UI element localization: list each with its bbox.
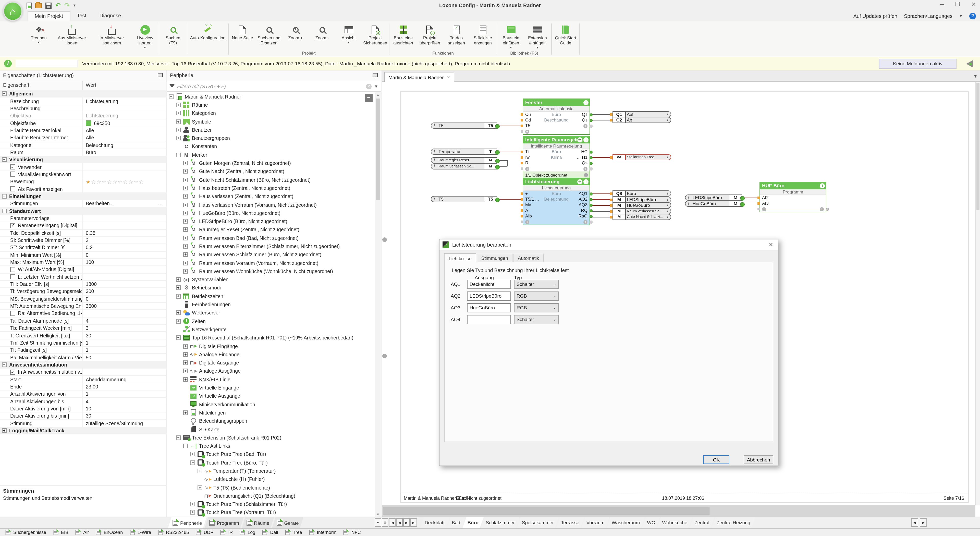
input-port[interactable] xyxy=(520,198,523,200)
input-connector-raumregler-reset[interactable]: iRaumregler ResetM xyxy=(431,157,497,163)
info-icon[interactable]: i xyxy=(431,197,438,202)
languages-dropdown-icon[interactable]: ▼ xyxy=(959,14,963,18)
tree-expander-icon[interactable]: + xyxy=(183,261,188,265)
output-port[interactable] xyxy=(590,150,593,153)
tree-item-orientierungslicht-q1-beleu[interactable]: ⊓▶Orientierungslicht (Q1) (Beleuchtung) xyxy=(167,492,375,500)
tree-item-analoge-ausgänge[interactable]: +∿▶Analoge Ausgänge xyxy=(167,367,375,375)
property-value-cell[interactable]: 0 xyxy=(83,251,166,258)
tree-item-luftfeuchte-h-fühler[interactable]: ∿▶Luftfeuchte (H) (Fühler) xyxy=(167,475,375,484)
target-icon[interactable]: ✛ xyxy=(577,137,582,142)
property-row-visualisierungskennwort[interactable]: Visualisierungskennwort xyxy=(0,171,166,178)
tree-item-virtuelle-eingänge[interactable]: ➜Virtuelle Eingänge xyxy=(167,383,375,392)
property-value-cell[interactable] xyxy=(83,105,166,112)
tree-expander-icon[interactable]: + xyxy=(176,286,181,290)
ribbon-button-projekt-sicherungen[interactable]: ↺Projekt Sicherungen xyxy=(362,21,388,46)
new-file-icon[interactable] xyxy=(27,2,32,9)
property-value-cell[interactable]: 4 xyxy=(83,317,166,324)
tree-expander-icon[interactable]: + xyxy=(183,177,188,182)
tree-item-t5-t5-bedienelemente[interactable]: +∿▶T5 (T5) (Bedienelemente) xyxy=(167,484,375,492)
tree-expander-icon[interactable]: + xyxy=(176,119,181,124)
panel-tab-peripherie[interactable]: Peripherie xyxy=(168,517,207,528)
ribbon-button-suchen-und-ersetzen[interactable]: Suchen und Ersetzen xyxy=(256,21,282,46)
tree-item-gute-nacht-zentral-nicht-zug[interactable]: +MGute Nacht (Zentral, Nicht zugeordnet) xyxy=(167,167,375,176)
sheet-tab-speisekammer[interactable]: Speisekammer xyxy=(517,517,559,528)
input-connector-t5[interactable]: iT5T5 xyxy=(431,122,497,129)
add-input-icon[interactable]: + xyxy=(525,167,529,171)
sheet-tab-wäscheraum[interactable]: Wäscheraum xyxy=(607,517,645,528)
sheet-tab-zentral-heizung[interactable]: Zentral Heizung xyxy=(711,517,756,528)
canvas-content[interactable]: Martin & Manuela Radner/Büro Büro/Nicht … xyxy=(382,82,975,505)
tree-item-betriebszeiten[interactable]: +Betriebszeiten xyxy=(167,292,375,301)
output-port[interactable] xyxy=(590,215,593,218)
more-icon[interactable]: ▾ xyxy=(73,3,76,9)
input-connector-huegobüro[interactable]: iHueGoBüroM xyxy=(685,200,742,207)
property-value-cell[interactable]: Lichtsteuerung xyxy=(83,112,166,119)
property-value-cell[interactable]: 50 xyxy=(83,354,166,361)
status-item-internorm[interactable]: Internorm xyxy=(309,530,343,536)
dialog-tab-stimmungen[interactable]: Stimmungen xyxy=(477,254,513,262)
tree-expander-icon[interactable]: + xyxy=(176,311,181,315)
property-value-cell[interactable]: Alle xyxy=(83,134,166,141)
status-item-enocean[interactable]: EnOcean xyxy=(95,530,129,536)
info-icon[interactable]: i xyxy=(665,154,671,159)
property-row-als-favorit-anzeigen[interactable]: Als Favorit anzeigen xyxy=(0,186,166,193)
property-row-erlaubte-benutzer-lokal[interactable]: Erlaubte Benutzer lokalAlle xyxy=(0,127,166,134)
redo-icon[interactable]: ↷ xyxy=(64,3,70,9)
property-row-in-anwesenheitssimulation-v[interactable]: ✓In Anwesenheitssimulation v... xyxy=(0,369,166,376)
tree-collapse-button[interactable]: − xyxy=(365,94,372,102)
tree-item-ledstripebüro-büro-nicht-zug[interactable]: +MLEDStripeBüro (Büro, Nicht zugeordnet) xyxy=(167,217,375,226)
property-value-cell[interactable] xyxy=(83,215,166,222)
sheet-tab-vorraum[interactable]: Vorraum xyxy=(581,517,610,528)
property-row-ende[interactable]: Ende23:00 xyxy=(0,383,166,391)
value-column-header[interactable]: Wert xyxy=(83,81,99,90)
property-value-cell[interactable]: Beleuchtung xyxy=(83,142,166,148)
property-value-cell[interactable]: 4 xyxy=(83,398,166,405)
sheet-tab-wohnküche[interactable]: Wohnküche xyxy=(657,517,692,528)
tree-item-analoge-eingänge[interactable]: +∿▶Analoge Eingänge xyxy=(167,350,375,359)
home-button[interactable]: ⌂ xyxy=(3,2,22,21)
tree-expander-icon[interactable]: + xyxy=(176,136,181,140)
tree-expander-icon[interactable]: + xyxy=(183,269,188,274)
property-value-cell[interactable]: 10 xyxy=(83,405,166,412)
tree-expander-icon[interactable]: + xyxy=(183,235,188,240)
document-tab[interactable]: Martin & Manuela Radner ✕ xyxy=(384,72,454,82)
function-block-hue-buero[interactable]: HUE BüroiProgrammAI2AI3++ xyxy=(759,182,826,212)
tree-item-systemvariablen[interactable]: +(x)Systemvariablen xyxy=(167,275,375,284)
sheet-tab-büro[interactable]: Büro xyxy=(463,517,484,528)
input-port[interactable] xyxy=(520,124,523,127)
property-value-cell[interactable]: 23:00 xyxy=(83,383,166,390)
property-value-cell[interactable]: Alle xyxy=(83,127,166,134)
output-connector-gute-nacht-schlafzi[interactable]: MGute Nacht Schlafzi...i xyxy=(612,214,671,220)
tree-item-guten-morgen-zentral-nicht-z[interactable]: +MGuten Morgen (Zentral, Nicht zugeordne… xyxy=(167,159,375,167)
output-connector-huegobüro[interactable]: MHueGoBüroi xyxy=(612,202,671,208)
tree-item-touch-pure-tree-vorraum-tür[interactable]: +Touch Pure Tree (Vorraum, Tür) xyxy=(167,509,375,517)
output-port[interactable] xyxy=(590,119,593,122)
property-value-cell[interactable]: 0,35 xyxy=(83,229,166,236)
tree-item-zeiten[interactable]: +Zeiten xyxy=(167,317,375,325)
add-output-icon[interactable]: + xyxy=(584,167,587,171)
output-connector-stellantrieb-tree[interactable]: VAStellantrieb Treei xyxy=(612,154,671,160)
input-port[interactable] xyxy=(520,162,523,164)
output-port[interactable] xyxy=(590,162,593,165)
ribbon-button-projekt-überprüfen[interactable]: ✓Projekt überprüfen xyxy=(417,21,443,46)
input-port[interactable] xyxy=(520,215,523,218)
tree-expander-icon[interactable]: + xyxy=(176,294,181,299)
output-connector-ledstripebüro[interactable]: MLEDStripeBüroi xyxy=(612,196,671,202)
output-connector-ab[interactable]: Q2Abi xyxy=(612,117,671,123)
status-item-tree[interactable]: Tree xyxy=(285,530,309,536)
add-output-icon[interactable]: + xyxy=(584,124,587,128)
ribbon-button-trennen[interactable]: ❖Trennen▼ xyxy=(25,21,52,44)
group-expander-icon[interactable]: − xyxy=(2,194,6,199)
ok-button[interactable]: OK xyxy=(703,455,729,464)
group-expander-icon[interactable]: − xyxy=(2,91,6,96)
property-row-bezeichnung[interactable]: BezeichnungLichtsteuerung xyxy=(0,98,166,105)
cancel-button[interactable]: Abbrechen xyxy=(744,455,773,464)
ribbon-button-aus-miniserver-laden[interactable]: Aus Miniserver laden xyxy=(52,21,92,46)
sheet-scroll-left-icon[interactable]: ◀ xyxy=(911,518,918,527)
info-icon[interactable]: i xyxy=(431,123,438,128)
property-row-mt-automatische-bewegung-en[interactable]: MT: Automatische Bewegung En...3600 xyxy=(0,303,166,310)
tree-expander-icon[interactable]: − xyxy=(169,94,173,99)
input-port[interactable] xyxy=(520,221,523,223)
property-row-si-schrittweite-dimmer[interactable]: SI: Schrittweite Dimmer [%]2 xyxy=(0,237,166,244)
property-row-anzahl-aktivierungen-von[interactable]: Anzahl Aktivierungen von1 xyxy=(0,391,166,398)
